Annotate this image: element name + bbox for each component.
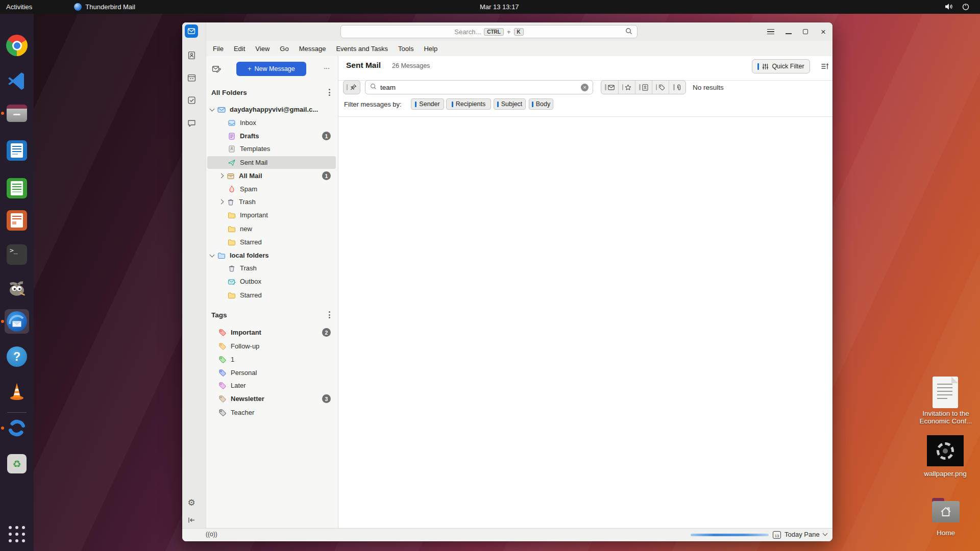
settings-button[interactable]: ⚙: [185, 496, 198, 509]
quick-filter-button[interactable]: Quick Filter: [752, 59, 810, 73]
tasks-space-button[interactable]: [185, 93, 198, 107]
spaces-toolbar: ⚙: [182, 22, 206, 528]
paperclip-icon: [676, 84, 681, 91]
quick-filter-pin-button[interactable]: [343, 80, 360, 94]
power-icon[interactable]: [962, 3, 970, 12]
tag-row-newsletter[interactable]: Newsletter 3: [207, 392, 336, 405]
folder-options-kebab-icon[interactable]: [325, 89, 334, 96]
menu-message[interactable]: Message: [294, 43, 331, 55]
search-icon: [625, 28, 632, 36]
filter-by-body-button[interactable]: Body: [529, 98, 553, 110]
folder-row-local-starred[interactable]: Starred: [207, 289, 336, 302]
dock-impress-icon[interactable]: [5, 208, 29, 233]
folder-pane-overflow-button[interactable]: ...: [321, 62, 333, 70]
quick-filter-search-input[interactable]: [380, 84, 581, 91]
dock-app-grid-button[interactable]: [5, 522, 29, 546]
icon-label: wallpaper.png: [910, 470, 980, 478]
folder-row-all-mail[interactable]: All Mail 1: [207, 169, 336, 182]
dock-files-icon[interactable]: [5, 101, 29, 126]
dock-help-icon[interactable]: ?: [5, 344, 29, 369]
activity-status-icon: ((o)): [206, 531, 217, 538]
tag-row-later[interactable]: Later: [207, 379, 336, 392]
folder-row-outbox[interactable]: Outbox: [207, 275, 336, 288]
menu-go[interactable]: Go: [275, 43, 293, 55]
tags-title: Tags: [211, 311, 325, 319]
maximize-button[interactable]: [798, 24, 813, 39]
clear-search-icon[interactable]: ×: [581, 84, 589, 91]
compose-icon[interactable]: [212, 64, 221, 76]
tags-options-kebab-icon[interactable]: [325, 311, 334, 318]
filter-starred-button[interactable]: [618, 81, 635, 94]
dock-calc-icon[interactable]: [5, 176, 29, 201]
unread-envelope-icon: [608, 85, 615, 90]
chevron-right-icon[interactable]: [219, 199, 224, 205]
tag-row-teacher[interactable]: Teacher: [207, 406, 336, 419]
activities-button[interactable]: Activities: [0, 0, 38, 14]
folder-row-spam[interactable]: Spam: [207, 183, 336, 195]
menu-edit[interactable]: Edit: [229, 43, 250, 55]
folder-row-new[interactable]: new: [207, 222, 336, 235]
folder-row-local-folders[interactable]: local folders: [207, 249, 336, 262]
dock-trash-icon[interactable]: ♻: [5, 452, 29, 476]
dock-writer-icon[interactable]: [5, 138, 29, 163]
filter-attachment-button[interactable]: [669, 81, 685, 94]
tag-row-personal[interactable]: Personal: [207, 366, 336, 379]
folder-row-important[interactable]: Important: [207, 209, 336, 221]
message-list-pane: Sent Mail 26 Messages Quick Filter ×: [338, 56, 832, 528]
pane-resize-handle[interactable]: [691, 534, 769, 536]
menu-view[interactable]: View: [250, 43, 275, 55]
new-message-label: New Message: [255, 65, 295, 72]
chevron-right-icon[interactable]: [219, 173, 224, 179]
chevron-down-icon[interactable]: [823, 531, 828, 536]
addressbook-space-button[interactable]: [185, 48, 198, 62]
folder-row-sent-mail[interactable]: Sent Mail: [207, 156, 336, 169]
chevron-down-icon[interactable]: [210, 106, 215, 111]
close-button[interactable]: ×: [816, 24, 830, 39]
tag-row-follow-up[interactable]: Follow-up: [207, 340, 336, 353]
filter-contact-button[interactable]: [635, 81, 652, 94]
focused-app-menu[interactable]: Thunderbird Mail: [68, 0, 141, 14]
folder-row-local-trash[interactable]: Trash: [207, 262, 336, 274]
global-search-field[interactable]: Search... CTRL + K: [340, 25, 638, 38]
menu-help[interactable]: Help: [419, 43, 443, 55]
folder-row-templates[interactable]: Templates: [207, 142, 336, 155]
menu-events-and-tasks[interactable]: Events and Tasks: [331, 43, 393, 55]
folder-row-trash[interactable]: Trash: [207, 195, 336, 208]
today-pane-toggle[interactable]: Today Pane: [785, 531, 820, 538]
quick-filter-search-box[interactable]: ×: [365, 80, 593, 94]
mail-space-button[interactable]: [185, 24, 198, 38]
dock-vlc-icon[interactable]: [5, 379, 29, 404]
dock-software-updater-icon[interactable]: [5, 416, 29, 440]
message-list-display-options-button[interactable]: [819, 60, 831, 72]
menu-tools[interactable]: Tools: [393, 43, 419, 55]
folder-row-starred[interactable]: Starred: [207, 236, 336, 248]
new-message-button[interactable]: + New Message: [236, 62, 306, 76]
app-menu-button[interactable]: [764, 24, 778, 39]
dock-terminal-icon[interactable]: >_: [5, 242, 29, 267]
chat-space-button[interactable]: [185, 116, 198, 130]
filter-unread-button[interactable]: [601, 81, 618, 94]
filter-tag-button[interactable]: [652, 81, 669, 94]
folder-icon: [228, 225, 236, 233]
menu-file[interactable]: File: [208, 43, 229, 55]
folder-row-account[interactable]: daydayhappyvivi@gmail.c...: [207, 103, 336, 116]
folder-row-drafts[interactable]: Drafts 1: [207, 130, 336, 142]
volume-icon[interactable]: [944, 3, 953, 12]
folder-row-inbox[interactable]: Inbox: [207, 116, 336, 129]
calendar-space-button[interactable]: [185, 71, 198, 84]
thunderbird-running-dot: [1, 320, 4, 323]
dock-chrome-icon[interactable]: [5, 33, 29, 58]
chevron-down-icon[interactable]: [210, 252, 215, 257]
collapse-spaces-button[interactable]: [185, 513, 198, 527]
app-grid-icon: [9, 526, 25, 542]
tag-row-important[interactable]: Important 2: [207, 326, 336, 339]
dock-thunderbird-icon[interactable]: [5, 309, 29, 334]
tag-row-1[interactable]: 1: [207, 353, 336, 366]
filter-by-subject-button[interactable]: Subject: [494, 98, 526, 110]
dock-gimp-icon[interactable]: [5, 276, 29, 300]
minimize-button[interactable]: [781, 24, 796, 39]
clock-button[interactable]: Mar 13 13:17: [480, 0, 519, 14]
filter-by-sender-button[interactable]: Sender: [411, 98, 444, 110]
dock-vscode-icon[interactable]: [5, 69, 29, 93]
filter-by-recipients-button[interactable]: Recipients: [446, 98, 491, 110]
